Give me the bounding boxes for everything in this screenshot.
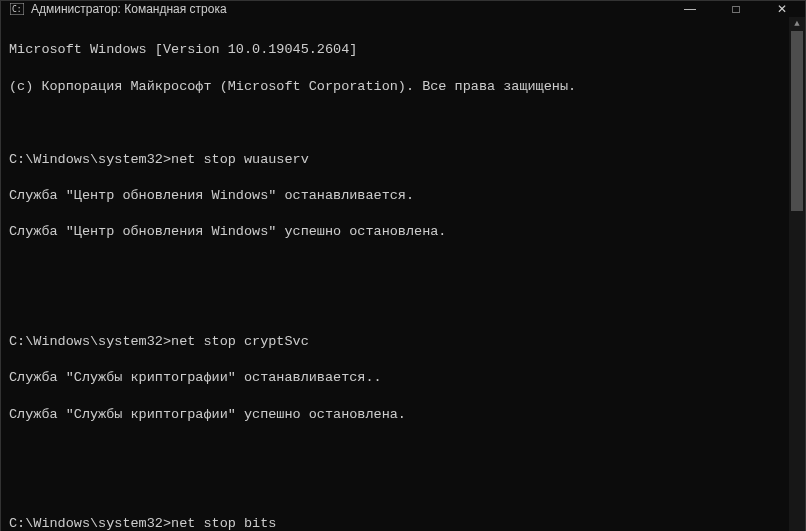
svg-text:C:: C:: [12, 5, 22, 14]
output-line: Служба "Службы криптографии" останавлива…: [9, 369, 781, 387]
output-line: Служба "Центр обновления Windows" остана…: [9, 187, 781, 205]
scroll-up-icon[interactable]: ▲: [789, 17, 805, 31]
maximize-button[interactable]: □: [713, 1, 759, 17]
prompt-line: C:\Windows\system32>net stop wuauserv: [9, 151, 781, 169]
output-line: Служба "Центр обновления Windows" успешн…: [9, 223, 781, 241]
command-prompt-window: C: Администратор: Командная строка — □ ✕…: [0, 0, 806, 531]
prompt-line: C:\Windows\system32>net stop cryptSvc: [9, 333, 781, 351]
output-line: Служба "Службы криптографии" успешно ост…: [9, 406, 781, 424]
window-controls: — □ ✕: [667, 1, 805, 17]
scroll-thumb[interactable]: [791, 31, 803, 211]
close-button[interactable]: ✕: [759, 1, 805, 17]
terminal-content[interactable]: Microsoft Windows [Version 10.0.19045.26…: [1, 17, 789, 531]
scrollbar[interactable]: ▲ ▼: [789, 17, 805, 531]
cmd-icon: C:: [9, 1, 25, 17]
prompt-line: C:\Windows\system32>net stop bits: [9, 515, 781, 531]
window-title: Администратор: Командная строка: [31, 2, 667, 16]
title-bar[interactable]: C: Администратор: Командная строка — □ ✕: [1, 1, 805, 17]
terminal-area: Microsoft Windows [Version 10.0.19045.26…: [1, 17, 805, 531]
output-line: Microsoft Windows [Version 10.0.19045.26…: [9, 41, 781, 59]
minimize-button[interactable]: —: [667, 1, 713, 17]
output-line: (c) Корпорация Майкрософт (Microsoft Cor…: [9, 78, 781, 96]
